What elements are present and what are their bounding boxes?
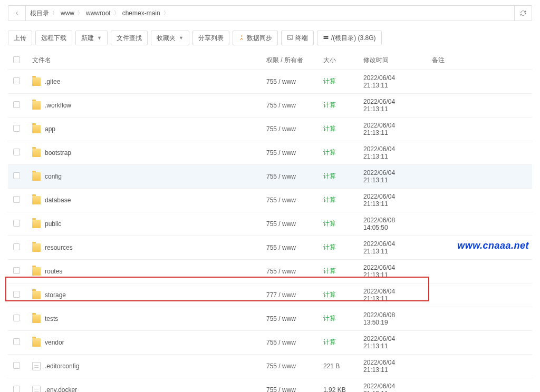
- size-calc-link[interactable]: 计算: [323, 267, 336, 275]
- row-checkbox[interactable]: [13, 267, 20, 274]
- back-button[interactable]: [8, 5, 26, 21]
- size-calc-link[interactable]: 计算: [323, 172, 336, 180]
- refresh-button[interactable]: [514, 5, 532, 21]
- note-cell[interactable]: [427, 188, 532, 212]
- data-sync-button[interactable]: 数据同步: [233, 31, 278, 45]
- col-mtime[interactable]: 修改时间: [358, 52, 427, 70]
- file-name[interactable]: database: [45, 197, 71, 204]
- table-row[interactable]: tests755 / www计算2022/06/08 13:50:19: [8, 307, 532, 330]
- table-row[interactable]: bootstrap755 / www计算2022/06/04 21:13:11: [8, 141, 532, 164]
- perm-cell[interactable]: 755 / www: [261, 236, 318, 259]
- note-cell[interactable]: [427, 330, 532, 354]
- size-calc-link[interactable]: 计算: [323, 220, 336, 227]
- file-name[interactable]: tests: [45, 315, 58, 322]
- table-row[interactable]: resources755 / www计算2022/06/04 21:13:11: [8, 236, 532, 259]
- note-cell[interactable]: [427, 259, 532, 283]
- table-row[interactable]: routes755 / www计算2022/06/04 21:13:11: [8, 259, 532, 283]
- file-name[interactable]: storage: [45, 291, 66, 299]
- note-cell[interactable]: [427, 354, 532, 378]
- note-cell[interactable]: [427, 378, 532, 392]
- breadcrumb-item[interactable]: wwwroot: [86, 9, 111, 17]
- perm-cell[interactable]: 755 / www: [261, 259, 318, 283]
- col-name[interactable]: 文件名: [27, 52, 261, 70]
- new-button[interactable]: 新建▼: [75, 31, 108, 45]
- note-cell[interactable]: [427, 117, 532, 141]
- row-checkbox[interactable]: [13, 101, 20, 108]
- col-note[interactable]: 备注: [427, 52, 532, 70]
- remote-download-button[interactable]: 远程下载: [35, 31, 72, 45]
- breadcrumb-path[interactable]: 根目录〉www〉wwwroot〉chemex-main〉: [25, 5, 515, 21]
- size-calc-link[interactable]: 计算: [323, 243, 336, 251]
- breadcrumb-item[interactable]: 根目录: [30, 9, 49, 18]
- perm-cell[interactable]: 755 / www: [261, 212, 318, 236]
- favorite-button[interactable]: 收藏夹▼: [151, 31, 189, 45]
- perm-cell[interactable]: 755 / www: [261, 164, 318, 188]
- note-cell[interactable]: [427, 164, 532, 188]
- table-row[interactable]: .gitee755 / www计算2022/06/04 21:13:11: [8, 70, 532, 93]
- file-name[interactable]: bootstrap: [45, 149, 71, 156]
- perm-cell[interactable]: 755 / www: [261, 117, 318, 141]
- table-row[interactable]: .workflow755 / www计算2022/06/04 21:13:11: [8, 93, 532, 117]
- row-checkbox[interactable]: [13, 315, 20, 321]
- file-name[interactable]: .gitee: [45, 78, 60, 85]
- file-name[interactable]: .editorconfig: [45, 362, 79, 370]
- perm-cell[interactable]: 755 / www: [261, 354, 318, 378]
- table-row[interactable]: .editorconfig755 / www221 B2022/06/04 21…: [8, 354, 532, 378]
- note-cell[interactable]: [427, 283, 532, 307]
- breadcrumb-item[interactable]: chemex-main: [122, 9, 160, 17]
- row-checkbox[interactable]: [13, 172, 20, 179]
- table-row[interactable]: public755 / www计算2022/06/08 14:05:50: [8, 212, 532, 236]
- row-checkbox[interactable]: [13, 386, 20, 393]
- file-name[interactable]: config: [45, 173, 62, 180]
- col-perm[interactable]: 权限 / 所有者: [261, 52, 318, 70]
- note-cell[interactable]: [427, 141, 532, 164]
- file-name[interactable]: vendor: [45, 339, 64, 346]
- perm-cell[interactable]: 777 / www: [261, 283, 318, 307]
- file-name[interactable]: public: [45, 220, 61, 228]
- select-all-checkbox[interactable]: [13, 56, 20, 63]
- row-checkbox[interactable]: [13, 243, 20, 250]
- perm-cell[interactable]: 755 / www: [261, 330, 318, 354]
- perm-cell[interactable]: 755 / www: [261, 307, 318, 330]
- table-row[interactable]: app755 / www计算2022/06/04 21:13:11: [8, 117, 532, 141]
- row-checkbox[interactable]: [13, 362, 20, 369]
- size-calc-link[interactable]: 计算: [323, 291, 336, 298]
- row-checkbox[interactable]: [13, 338, 20, 345]
- table-row[interactable]: vendor755 / www计算2022/06/04 21:13:11: [8, 330, 532, 354]
- size-calc-link[interactable]: 计算: [323, 315, 336, 322]
- breadcrumb-item[interactable]: www: [61, 9, 74, 17]
- perm-cell[interactable]: 755 / www: [261, 378, 318, 392]
- file-name[interactable]: .workflow: [45, 102, 71, 109]
- note-cell[interactable]: [427, 212, 532, 236]
- table-row[interactable]: storage777 / www计算2022/06/04 21:13:11: [8, 283, 532, 307]
- table-row[interactable]: .env.docker755 / www1.92 KB2022/06/04 21…: [8, 378, 532, 392]
- row-checkbox[interactable]: [13, 149, 20, 155]
- size-calc-link[interactable]: 计算: [323, 196, 336, 203]
- perm-cell[interactable]: 755 / www: [261, 141, 318, 164]
- file-search-button[interactable]: 文件查找: [111, 31, 148, 45]
- row-checkbox[interactable]: [13, 77, 20, 84]
- col-size[interactable]: 大小: [318, 52, 358, 70]
- size-calc-link[interactable]: 计算: [323, 77, 336, 85]
- perm-cell[interactable]: 755 / www: [261, 70, 318, 93]
- perm-cell[interactable]: 755 / www: [261, 188, 318, 212]
- perm-cell[interactable]: 755 / www: [261, 93, 318, 117]
- row-checkbox[interactable]: [13, 125, 20, 132]
- upload-button[interactable]: 上传: [8, 31, 32, 45]
- note-cell[interactable]: [427, 70, 532, 93]
- file-name[interactable]: routes: [45, 268, 62, 275]
- table-row[interactable]: database755 / www计算2022/06/04 21:13:11: [8, 188, 532, 212]
- file-name[interactable]: resources: [45, 244, 73, 251]
- note-cell[interactable]: [427, 307, 532, 330]
- table-row[interactable]: config755 / www计算2022/06/04 21:13:11: [8, 164, 532, 188]
- file-name[interactable]: .env.docker: [45, 386, 77, 393]
- size-calc-link[interactable]: 计算: [323, 149, 336, 156]
- note-cell[interactable]: [427, 93, 532, 117]
- size-calc-link[interactable]: 计算: [323, 125, 336, 132]
- row-checkbox[interactable]: [13, 196, 20, 203]
- size-calc-link[interactable]: 计算: [323, 101, 336, 109]
- row-checkbox[interactable]: [13, 291, 20, 298]
- disk-button[interactable]: /(根目录) (3.8G): [317, 31, 382, 45]
- share-list-button[interactable]: 分享列表: [192, 31, 229, 45]
- terminal-button[interactable]: 终端: [281, 31, 314, 45]
